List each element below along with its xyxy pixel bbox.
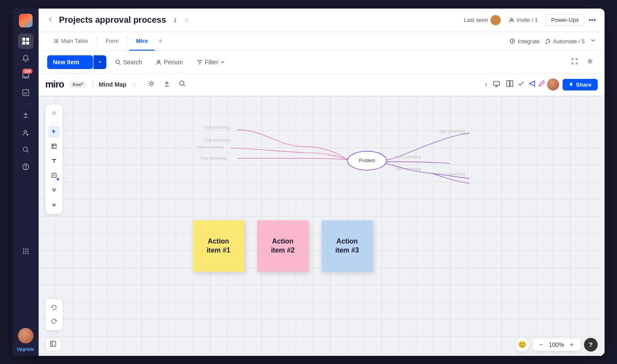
svg-rect-5 — [23, 90, 29, 96]
redo-button[interactable] — [48, 316, 60, 328]
filter-label: Filter — [205, 59, 218, 66]
mini-tool-frame[interactable] — [48, 140, 60, 152]
last-seen-avatar — [491, 15, 501, 25]
svg-rect-41 — [51, 341, 56, 346]
sticky-note-2-label: Actionitem #2 — [271, 237, 295, 255]
search-button[interactable]: Search — [110, 56, 147, 69]
sticky-note-1[interactable]: Actionitem #1 — [193, 220, 244, 272]
inbox-badge: 105 — [22, 69, 32, 74]
tab-miro-label: Miro — [136, 38, 147, 44]
invite-button[interactable]: Invite / 1 — [505, 15, 541, 25]
zoom-out-button[interactable]: − — [537, 340, 545, 349]
miro-star-icon[interactable]: ☆ — [132, 81, 138, 89]
mini-tool-cursor[interactable] — [48, 126, 60, 138]
integrate-label: Integrate — [518, 38, 539, 45]
zoom-controls: − 100% + — [533, 339, 581, 351]
filter-button[interactable]: Filter — [192, 56, 230, 69]
tab-form[interactable]: Form — [99, 32, 125, 51]
power-ups-button[interactable]: Power-Ups — [545, 14, 584, 26]
svg-point-14 — [25, 250, 26, 252]
miro-grid-btn[interactable] — [506, 80, 514, 89]
mini-tool-up[interactable] — [48, 108, 60, 120]
miro-logo: miro — [45, 79, 64, 90]
sticky-note-3[interactable]: Actionitem #3 — [322, 220, 373, 272]
emoji-button[interactable]: 😊 — [515, 338, 529, 352]
svg-point-7 — [23, 147, 27, 151]
sticky-note-1-label: Actionitem #1 — [207, 237, 230, 255]
miro-back-btn[interactable]: › — [485, 81, 487, 88]
fullscreen-button[interactable] — [569, 55, 581, 69]
svg-point-19 — [511, 18, 513, 20]
mini-tool-text[interactable] — [48, 155, 60, 167]
svg-text:Type something: Type something — [204, 138, 230, 142]
svg-text:Type something: Type something — [395, 166, 421, 171]
main-table-icon: ⊞ — [54, 38, 59, 44]
sidebar-item-grid[interactable] — [18, 33, 33, 49]
info-icon[interactable]: ℹ — [174, 17, 176, 24]
sidebar-toggle-button[interactable] — [45, 338, 61, 351]
svg-point-24 — [150, 82, 153, 85]
sticky-note-2[interactable]: Actionitem #2 — [257, 220, 309, 272]
svg-point-15 — [27, 250, 28, 252]
svg-point-25 — [180, 81, 184, 85]
header-right: Last seen Invite / 1 Power-Ups ••• — [464, 14, 596, 26]
toolbar-right — [569, 55, 596, 69]
person-button[interactable]: Person — [150, 56, 188, 69]
sidebar-item-help[interactable] — [18, 159, 33, 174]
svg-point-6 — [24, 130, 27, 133]
zoom-area: 😊 − 100% + ? — [515, 338, 598, 352]
sidebar-item-check[interactable] — [18, 85, 33, 100]
miro-search-btn[interactable] — [176, 78, 188, 91]
undo-button[interactable] — [48, 302, 60, 314]
miro-canvas[interactable]: Type something Type something Type somet… — [39, 96, 605, 356]
svg-point-21 — [116, 60, 119, 63]
main-content: Projects approval process ℹ ☆ Last seen … — [39, 9, 605, 356]
sidebar-item-search[interactable] — [18, 142, 33, 157]
mini-toolbar — [45, 105, 63, 214]
mini-tool-collapse[interactable] — [48, 199, 60, 211]
collapse-sidebar-btn[interactable] — [47, 16, 54, 24]
mini-tool-more[interactable] — [48, 184, 60, 196]
help-button[interactable]: ? — [584, 338, 598, 352]
miro-user-avatar[interactable] — [547, 78, 559, 90]
new-item-label: New Item — [53, 59, 79, 66]
mini-tool-note[interactable] — [48, 169, 60, 181]
collapse-button[interactable] — [590, 37, 596, 45]
svg-text:Type something: Type something — [439, 171, 465, 176]
sidebar-item-person-add[interactable] — [18, 125, 33, 140]
integrate-button[interactable]: Integrate — [509, 38, 539, 45]
sidebar-item-bell[interactable] — [18, 51, 33, 66]
tab-main-table[interactable]: ⊞ Main Table — [47, 32, 95, 51]
miro-header: miro free* | Mind Map ☆ › — [39, 74, 605, 96]
tab-miro[interactable]: Miro — [129, 32, 154, 51]
new-item-dropdown[interactable] — [93, 55, 106, 69]
miro-more-btn[interactable] — [517, 80, 525, 89]
zoom-in-button[interactable]: + — [568, 340, 576, 349]
svg-rect-2 — [22, 42, 25, 45]
miro-pen-btn[interactable] — [538, 80, 545, 89]
sidebar-item-apps[interactable] — [18, 244, 33, 259]
miro-arrow-btn[interactable] — [528, 80, 536, 90]
miro-upload-btn[interactable] — [161, 78, 173, 91]
add-tab-button[interactable]: + — [155, 37, 166, 46]
user-avatar[interactable] — [18, 328, 33, 343]
settings-button[interactable] — [584, 55, 596, 69]
upgrade-button[interactable]: Upgrade — [17, 347, 34, 352]
svg-point-22 — [158, 60, 160, 62]
app-logo[interactable] — [18, 13, 33, 28]
tab-form-label: Form — [105, 38, 118, 44]
miro-settings-btn[interactable] — [145, 78, 157, 91]
zoom-level: 100% — [549, 341, 564, 348]
last-seen: Last seen — [464, 15, 501, 25]
sidebar-item-inbox[interactable]: 105 — [18, 68, 33, 83]
person-label: Person — [164, 59, 183, 66]
miro-share-button[interactable]: Share — [563, 79, 597, 90]
automate-button[interactable]: Automate / 5 — [545, 38, 585, 45]
canvas-wrapper: miro free* | Mind Map ☆ › — [39, 74, 605, 356]
miro-present-btn[interactable] — [491, 78, 503, 91]
more-options-button[interactable]: ••• — [589, 16, 596, 24]
star-icon[interactable]: ☆ — [184, 17, 190, 24]
new-item-button[interactable]: New Item — [47, 55, 93, 69]
svg-rect-28 — [510, 81, 513, 87]
sidebar-item-upload[interactable] — [18, 108, 33, 123]
